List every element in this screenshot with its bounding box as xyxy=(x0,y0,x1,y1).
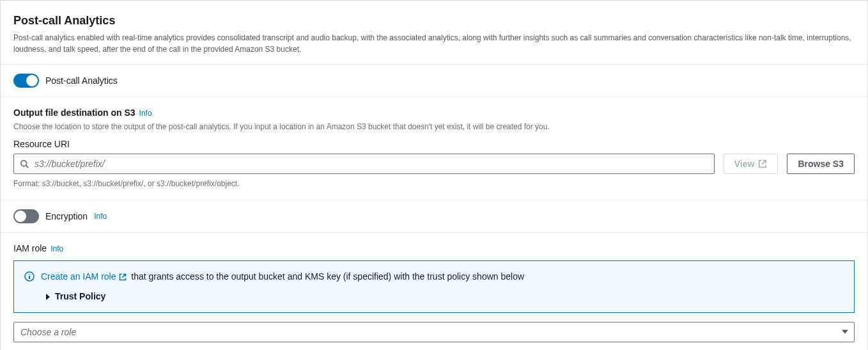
iam-role-label: IAM role xyxy=(13,242,47,255)
svg-line-1 xyxy=(26,166,29,168)
format-hint: Format: s3://bucket, s3://bucket/prefix/… xyxy=(13,178,855,189)
iam-info-link[interactable]: Info xyxy=(50,243,63,255)
iam-info-box: Create an IAM role that grants access to… xyxy=(13,260,855,313)
browse-s3-button[interactable]: Browse S3 xyxy=(787,154,855,174)
view-button[interactable]: View xyxy=(724,154,779,174)
encryption-toggle[interactable] xyxy=(13,209,39,223)
encryption-toggle-row: Encryption Info xyxy=(1,200,867,233)
svg-point-0 xyxy=(21,161,27,166)
resource-uri-input[interactable] xyxy=(13,154,715,174)
external-link-icon xyxy=(119,273,127,281)
encryption-info-link[interactable]: Info xyxy=(94,211,107,222)
create-iam-role-text: that grants access to the output bucket … xyxy=(131,271,524,282)
panel-description: Post-call analytics enabled with real-ti… xyxy=(13,32,855,55)
trust-policy-toggle[interactable]: Trust Policy xyxy=(45,290,844,303)
output-hint: Choose the location to store the output … xyxy=(13,121,855,132)
resource-uri-label: Resource URI xyxy=(13,138,855,151)
panel-title: Post-call Analytics xyxy=(13,12,855,29)
output-label: Output file destination on S3 xyxy=(13,106,136,120)
iam-role-section: IAM role Info Create an IAM role that gr… xyxy=(1,233,867,350)
pca-toggle-label: Post-call Analytics xyxy=(45,74,118,88)
iam-role-select[interactable]: Choose a role xyxy=(13,322,855,342)
caret-right-icon xyxy=(45,294,51,300)
info-icon xyxy=(24,271,35,282)
output-info-link[interactable]: Info xyxy=(139,107,152,119)
create-iam-role-link[interactable]: Create an IAM role xyxy=(41,270,127,283)
external-link-icon xyxy=(758,159,767,168)
search-icon xyxy=(20,159,29,168)
output-destination-section: Output file destination on S3 Info Choos… xyxy=(1,97,867,200)
pca-toggle[interactable] xyxy=(13,74,39,88)
svg-point-4 xyxy=(29,274,30,275)
encryption-toggle-label: Encryption xyxy=(45,210,88,223)
post-call-analytics-panel: Post-call Analytics Post-call analytics … xyxy=(0,0,868,350)
pca-toggle-row: Post-call Analytics xyxy=(1,65,867,97)
